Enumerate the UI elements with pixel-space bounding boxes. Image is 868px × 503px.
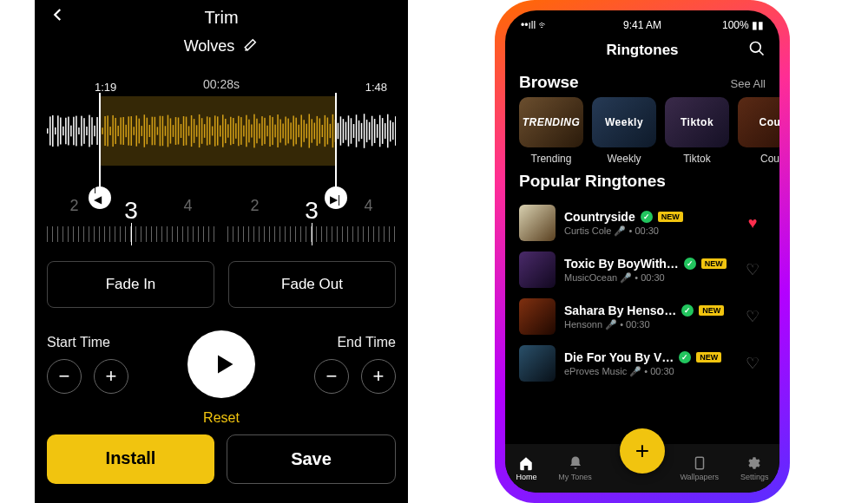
trim-end-handle[interactable]: ▶| xyxy=(335,93,337,197)
svg-rect-99 xyxy=(303,120,305,142)
tab-wallpapers[interactable]: Wallpapers xyxy=(680,455,719,481)
tab-mytones[interactable]: My Tones xyxy=(558,455,591,481)
svg-rect-113 xyxy=(340,116,342,145)
svg-rect-122 xyxy=(364,114,365,148)
category-weekly[interactable]: Weekly Weekly xyxy=(592,97,656,165)
svg-rect-88 xyxy=(274,125,276,138)
track-title: Sahara By Henso… xyxy=(564,304,676,317)
svg-rect-43 xyxy=(157,127,159,134)
svg-rect-41 xyxy=(152,117,154,146)
svg-rect-100 xyxy=(306,124,307,139)
start-minus-button[interactable]: − xyxy=(47,359,82,394)
svg-rect-66 xyxy=(217,116,219,145)
svg-rect-97 xyxy=(298,125,299,137)
svg-rect-115 xyxy=(345,122,347,140)
svg-rect-78 xyxy=(248,120,250,143)
album-art xyxy=(519,298,556,335)
svg-rect-82 xyxy=(259,123,260,138)
track-title: Toxic By BoyWith… xyxy=(564,257,679,271)
tab-home[interactable]: Home xyxy=(516,455,536,481)
svg-rect-18 xyxy=(91,117,93,145)
svg-rect-47 xyxy=(168,115,169,147)
svg-rect-32 xyxy=(128,116,129,145)
fade-out-button[interactable]: Fade Out xyxy=(228,261,396,308)
svg-rect-54 xyxy=(186,117,187,146)
svg-rect-6 xyxy=(60,117,62,144)
svg-rect-121 xyxy=(361,123,363,139)
svg-rect-69 xyxy=(225,119,227,143)
waveform[interactable]: 1:19 1:48 |◀ ▶| xyxy=(47,96,396,166)
svg-rect-116 xyxy=(348,115,350,146)
svg-rect-118 xyxy=(353,124,355,138)
list-item[interactable]: Sahara By Henso…✓NEW Hensonn 🎤 • 00:30 ♡ xyxy=(516,293,769,340)
see-all-link[interactable]: See All xyxy=(731,77,766,90)
svg-rect-8 xyxy=(65,118,67,145)
svg-rect-89 xyxy=(277,114,279,147)
verified-icon: ✓ xyxy=(684,258,696,270)
svg-rect-46 xyxy=(165,126,167,136)
svg-rect-70 xyxy=(227,124,229,137)
svg-rect-20 xyxy=(96,117,98,145)
favorite-button[interactable]: ♡ xyxy=(740,260,766,279)
svg-rect-95 xyxy=(293,115,294,146)
category-country[interactable]: Cou Cou xyxy=(738,97,779,165)
svg-rect-38 xyxy=(144,114,146,147)
list-item[interactable]: Countryside✓NEW Curtis Cole 🎤 • 00:30 ♥ xyxy=(516,199,769,246)
add-button[interactable]: + xyxy=(620,428,665,474)
svg-rect-67 xyxy=(220,125,221,136)
back-button[interactable] xyxy=(50,7,66,26)
search-button[interactable] xyxy=(748,40,766,61)
svg-rect-104 xyxy=(317,116,319,146)
svg-rect-58 xyxy=(196,125,198,136)
svg-rect-119 xyxy=(356,114,358,147)
svg-rect-48 xyxy=(170,118,172,143)
svg-rect-68 xyxy=(222,114,224,147)
list-item[interactable]: Die For You By V…✓NEW eProves Music 🎤 • … xyxy=(516,340,769,387)
trim-start-handle[interactable]: |◀ xyxy=(99,93,101,197)
favorite-button[interactable]: ♥ xyxy=(740,214,766,232)
svg-rect-105 xyxy=(319,118,321,143)
svg-rect-91 xyxy=(282,124,284,139)
svg-rect-1 xyxy=(47,128,49,134)
start-plus-button[interactable]: + xyxy=(94,359,128,394)
list-item[interactable]: Toxic By BoyWith…✓NEW MusicOcean 🎤 • 00:… xyxy=(516,246,769,293)
svg-rect-45 xyxy=(162,116,164,146)
install-button[interactable]: Install xyxy=(47,434,214,484)
play-button[interactable] xyxy=(187,330,255,398)
svg-rect-131 xyxy=(387,114,389,148)
end-plus-button[interactable]: + xyxy=(361,359,396,394)
svg-rect-39 xyxy=(147,118,148,145)
track-subtitle: Curtis Cole 🎤 • 00:30 xyxy=(564,225,731,237)
svg-rect-61 xyxy=(204,124,206,138)
save-button[interactable]: Save xyxy=(227,434,396,484)
verified-icon: ✓ xyxy=(641,211,653,223)
svg-rect-80 xyxy=(253,114,255,148)
tab-settings[interactable]: Settings xyxy=(740,455,769,481)
album-art xyxy=(519,252,556,288)
svg-rect-138 xyxy=(695,457,703,469)
svg-line-137 xyxy=(760,51,764,56)
popular-heading: Popular Ringtones xyxy=(519,172,666,191)
track-title: Die For You By V… xyxy=(564,350,674,364)
svg-rect-96 xyxy=(295,118,297,145)
svg-rect-77 xyxy=(246,115,247,147)
end-minus-button[interactable]: − xyxy=(314,359,349,394)
svg-rect-92 xyxy=(285,117,286,146)
header: Trim xyxy=(47,0,396,35)
favorite-button[interactable]: ♡ xyxy=(740,307,766,326)
fade-in-button[interactable]: Fade In xyxy=(47,261,214,308)
end-ruler[interactable]: 2 3 4 xyxy=(227,197,396,242)
start-ruler[interactable]: 2 3 4 xyxy=(47,197,215,242)
reset-button[interactable]: Reset xyxy=(47,410,396,426)
favorite-button[interactable]: ♡ xyxy=(740,354,766,373)
category-tiktok[interactable]: Tiktok Tiktok xyxy=(665,97,729,165)
svg-rect-72 xyxy=(233,118,234,144)
category-carousel[interactable]: TRENDING Trending Weekly Weekly Tiktok T… xyxy=(505,97,779,165)
wave-end-time: 1:48 xyxy=(365,81,387,94)
svg-rect-60 xyxy=(201,118,203,144)
svg-rect-75 xyxy=(240,117,242,145)
svg-rect-9 xyxy=(68,117,69,146)
edit-icon[interactable] xyxy=(243,36,259,56)
svg-rect-50 xyxy=(175,117,177,145)
category-trending[interactable]: TRENDING Trending xyxy=(519,97,583,165)
